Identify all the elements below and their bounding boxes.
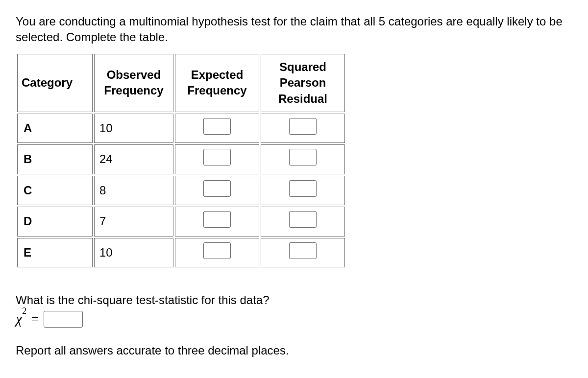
- precision-note: Report all answers accurate to three dec…: [16, 343, 572, 358]
- equals-sign: =: [31, 310, 39, 328]
- table-row: A 10: [17, 114, 345, 143]
- residual-input[interactable]: [289, 149, 317, 165]
- residual-input[interactable]: [289, 211, 317, 228]
- expected-input[interactable]: [203, 180, 231, 197]
- table-row: C 8: [17, 176, 345, 205]
- header-squared: Squared Pearson Residual: [261, 54, 345, 112]
- cell-observed: 10: [94, 114, 173, 143]
- table-row: E 10: [17, 238, 345, 267]
- cell-observed: 24: [94, 144, 173, 174]
- chi-square-input[interactable]: [44, 311, 83, 328]
- residual-input[interactable]: [289, 118, 317, 135]
- expected-input[interactable]: [203, 211, 231, 228]
- residual-input[interactable]: [289, 180, 317, 197]
- cell-category: C: [17, 176, 93, 205]
- cell-category: B: [17, 144, 93, 174]
- frequency-table: Category Observed Frequency Expected Fre…: [16, 52, 346, 269]
- cell-observed: 7: [94, 207, 173, 236]
- table-row: B 24: [17, 144, 345, 174]
- cell-category: A: [17, 114, 93, 143]
- chi-square-question: What is the chi-square test-statistic fo…: [16, 292, 572, 308]
- expected-input[interactable]: [203, 149, 231, 165]
- cell-observed: 10: [94, 238, 173, 267]
- expected-input[interactable]: [203, 242, 231, 259]
- header-expected: Expected Frequency: [175, 54, 259, 112]
- residual-input[interactable]: [289, 242, 317, 259]
- cell-observed: 8: [94, 176, 173, 205]
- cell-category: D: [17, 207, 93, 236]
- expected-input[interactable]: [203, 118, 231, 135]
- cell-category: E: [17, 238, 93, 267]
- header-observed: Observed Frequency: [94, 54, 173, 112]
- chi-square-equation: χ2 =: [16, 309, 572, 329]
- chi-symbol: χ2: [16, 309, 26, 329]
- header-category: Category: [17, 54, 93, 112]
- intro-text: You are conducting a multinomial hypothe…: [16, 14, 572, 46]
- table-row: D 7: [17, 207, 345, 236]
